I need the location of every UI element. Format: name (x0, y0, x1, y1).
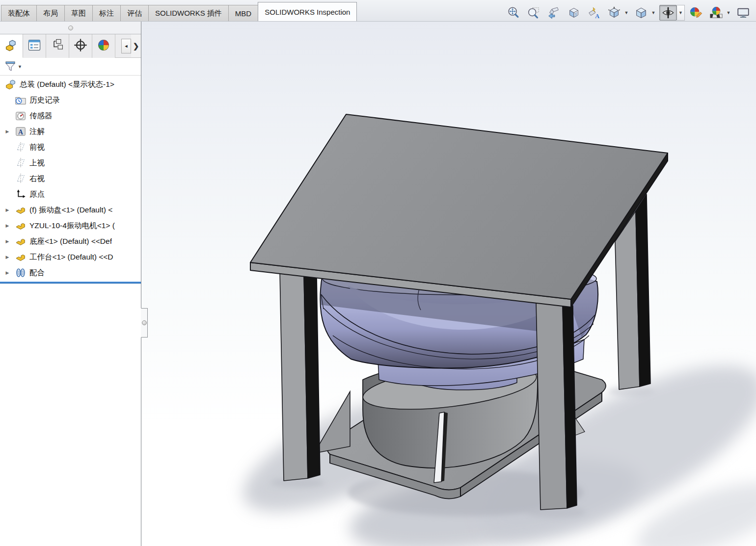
assembly-3d-model[interactable] (141, 22, 756, 546)
tree-item-1[interactable]: 历史记录 (0, 92, 141, 108)
filter-icon[interactable] (4, 59, 17, 74)
section-view-icon (567, 6, 581, 20)
previous-view-icon (547, 6, 561, 20)
tree-item-4[interactable]: 前视 (0, 139, 141, 155)
tree-item-8[interactable]: ▶(f) 振动盘<1> (Default) < (0, 202, 141, 218)
tree-item-label: 注解 (29, 127, 45, 137)
tree-item-6[interactable]: 右视 (0, 171, 141, 186)
view-settings-button[interactable] (734, 5, 752, 21)
hide-show-icon (661, 6, 675, 20)
tree-item-label: 上视 (29, 158, 45, 168)
grip-circle-icon (142, 320, 147, 325)
command-tab-3[interactable]: 草图 (64, 5, 93, 21)
apply-scene-icon (709, 6, 723, 20)
view-settings-icon (736, 6, 750, 20)
tree-item-7[interactable]: 原点 (0, 186, 141, 202)
assembly-icon (5, 78, 17, 90)
tree-item-label: 历史记录 (29, 95, 60, 105)
solidworks-window: 装配体布局草图标注评估SOLIDWORKS 插件MBDSOLIDWORKS In… (0, 0, 756, 546)
filter-dropdown-caret[interactable]: ▼ (18, 64, 22, 69)
expander-icon[interactable]: ▶ (0, 223, 15, 228)
tree-item-5[interactable]: 上视 (0, 155, 141, 171)
expander-icon[interactable]: ▶ (0, 270, 15, 275)
propertymanager-icon (27, 38, 42, 54)
zoom-area-icon (527, 6, 540, 20)
view-annotations-icon: A (587, 6, 601, 20)
origin-icon (15, 188, 27, 200)
plane-icon (15, 157, 27, 169)
panel-tab-configurationmanager[interactable] (46, 34, 69, 58)
panel-tab-strip: ◄❯ (0, 34, 141, 58)
section-view-button[interactable] (565, 5, 583, 21)
panel-tabs-scroll-right-button[interactable]: ❯ (131, 34, 141, 57)
display-style-icon (634, 6, 648, 20)
zoom-to-fit-button[interactable] (505, 5, 522, 21)
plane-icon (15, 141, 27, 153)
previous-view-button[interactable] (545, 5, 563, 21)
command-tab-8[interactable]: SOLIDWORKS Inspection (258, 2, 357, 21)
panel-tab-featuremanager-tree[interactable] (0, 34, 23, 58)
command-tab-6[interactable]: SOLIDWORKS 插件 (148, 5, 229, 21)
featuremanager-panel: ◄❯ ▼ 总装 (Default) <显示状态-1> 历史记录传感器▶A注解前视… (0, 22, 141, 546)
tree-filter-row: ▼ (0, 58, 141, 76)
panel-tab-displaymanager[interactable] (92, 34, 115, 58)
expander-icon[interactable]: ▶ (0, 255, 15, 260)
view-annotations-button[interactable]: A (585, 5, 603, 21)
view-orientation-button[interactable] (605, 5, 623, 21)
edit-appearance-button[interactable] (687, 5, 705, 21)
expander-icon[interactable]: ▶ (0, 129, 15, 134)
apply-scene-button[interactable] (707, 5, 725, 21)
hide-show-items-button[interactable] (659, 5, 677, 21)
annotations-icon: A (15, 126, 27, 137)
command-tab-2[interactable]: 布局 (36, 5, 65, 21)
tree-item-root-assembly[interactable]: 总装 (Default) <显示状态-1> (0, 77, 141, 92)
display-style-dropdown-caret[interactable]: ▼ (650, 5, 657, 21)
zoom-to-area-button[interactable] (525, 5, 542, 21)
zoom-fit-icon (507, 6, 520, 20)
configuration-icon (50, 38, 65, 54)
tree-item-label: 传感器 (29, 111, 53, 121)
panel-tabs-scroll-left-button[interactable]: ◄ (121, 39, 131, 53)
graphics-viewport[interactable] (141, 22, 756, 546)
tree-item-label: 工作台<1> (Default) <<D (29, 252, 113, 262)
expander-icon[interactable]: ▶ (0, 239, 15, 244)
table-leg-left[interactable] (280, 271, 320, 481)
grip-circle-icon (68, 26, 73, 30)
tree-item-label: 前视 (29, 142, 45, 153)
tree-item-label: (f) 振动盘<1> (Default) < (29, 205, 112, 215)
tree-item-label: 底座<1> (Default) <<Def (29, 236, 112, 247)
panel-tab-propertymanager[interactable] (23, 34, 46, 58)
tree-item-label: 配合 (29, 268, 45, 278)
command-tab-1[interactable]: 装配体 (1, 5, 37, 21)
rollback-bar[interactable] (0, 282, 141, 284)
expander-icon[interactable]: ▶ (0, 208, 15, 212)
command-tab-7[interactable]: MBD (228, 5, 258, 21)
command-tab-4[interactable]: 标注 (92, 5, 121, 21)
tree-item-3[interactable]: ▶A注解 (0, 124, 141, 139)
part-icon (15, 220, 27, 232)
view-orientation-dropdown-caret[interactable]: ▼ (623, 5, 630, 21)
panel-collapse-grip[interactable] (0, 22, 141, 34)
display-style-button[interactable] (632, 5, 650, 21)
headsup-view-toolbar: A▼▼▼▼ (505, 5, 752, 21)
tree-item-label: 右视 (29, 174, 45, 184)
panel-splitter-handle[interactable] (141, 308, 148, 338)
tree-item-label: YZUL-10-4振动电机<1> ( (29, 221, 115, 231)
tree-item-label: 原点 (29, 189, 45, 200)
tree-item-9[interactable]: ▶YZUL-10-4振动电机<1> ( (0, 218, 141, 234)
view-orientation-icon (607, 6, 621, 20)
tree-item-10[interactable]: ▶底座<1> (Default) <<Def (0, 234, 141, 249)
panel-tab-dimxpertmanager[interactable] (69, 34, 92, 58)
hide-show-items-dropdown-caret[interactable]: ▼ (677, 5, 685, 21)
plane-icon (15, 173, 27, 184)
tree-item-label: 总装 (Default) <显示状态-1> (20, 79, 114, 90)
tree-item-12[interactable]: ▶配合 (0, 265, 141, 281)
history-icon (15, 94, 27, 106)
displaymanager-icon (96, 38, 111, 54)
tree-item-11[interactable]: ▶工作台<1> (Default) <<D (0, 249, 141, 265)
table-leg-front[interactable] (536, 302, 577, 510)
command-tab-5[interactable]: 评估 (120, 5, 149, 21)
apply-scene-dropdown-caret[interactable]: ▼ (725, 5, 732, 21)
svg-text:A: A (595, 13, 599, 20)
tree-item-2[interactable]: 传感器 (0, 108, 141, 124)
